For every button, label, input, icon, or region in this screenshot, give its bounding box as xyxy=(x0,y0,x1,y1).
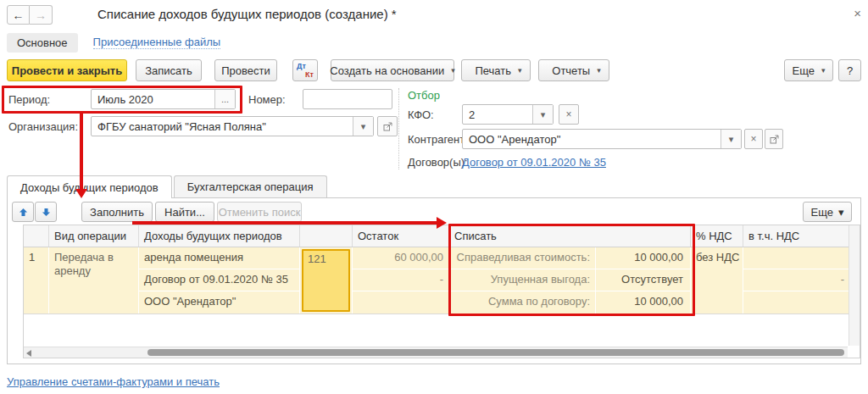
fair-value-cell[interactable]: 10 000,00 xyxy=(596,247,690,269)
table-more-label: Еще xyxy=(811,206,833,219)
save-label: Записать xyxy=(145,64,192,77)
col-balance-header: Остаток xyxy=(353,225,449,247)
row-number-cell[interactable]: 1 xyxy=(24,247,48,269)
number-field[interactable] xyxy=(303,89,392,109)
operation-type-cell[interactable]: Передача в аренду xyxy=(49,247,138,282)
show-postings-button[interactable]: Дт Кт xyxy=(292,59,318,81)
save-button[interactable]: Записать xyxy=(136,59,202,81)
invoices-management-link[interactable]: Управление счетами-фактурами и печать xyxy=(7,375,220,388)
deferred-income-panel: Заполнить Найти... Отменить поиск Еще ▾ … xyxy=(7,197,861,364)
arrow-up-icon xyxy=(19,208,28,217)
chevron-down-icon: ▾ xyxy=(518,66,522,75)
reports-button[interactable]: Отчеты ▾ xyxy=(538,59,609,81)
lost-profit-cell[interactable]: Отсутствует xyxy=(596,269,690,291)
grid-header: Вид операции Доходы будущих периодов Ост… xyxy=(24,225,849,247)
kt-label: Кт xyxy=(305,70,314,79)
nav-main[interactable]: Основное xyxy=(7,33,78,53)
balance-cell[interactable] xyxy=(353,291,448,314)
move-up-button[interactable] xyxy=(12,202,34,222)
open-icon xyxy=(383,122,392,131)
deferred-income-cell[interactable]: аренда помещения xyxy=(139,247,299,269)
kfo-dropdown-button[interactable]: ▾ xyxy=(532,105,553,124)
period-field[interactable]: Июль 2020 ... xyxy=(91,89,236,109)
writeoff-column: Справедливая стоимость: 10 000,00 Упущен… xyxy=(449,247,691,314)
dt-label: Дт xyxy=(297,62,306,70)
counterparty-clear-button[interactable]: × xyxy=(744,129,763,149)
contract-link[interactable]: Договор от 09.01.2020 № 35 xyxy=(462,156,606,169)
chevron-down-icon: ▾ xyxy=(821,66,826,75)
vat-included-cell[interactable]: - xyxy=(743,269,849,291)
command-toolbar: Провести и закрыть Записать Провести Дт … xyxy=(7,59,861,83)
open-icon xyxy=(770,135,779,144)
col-vat-included-header: в т.ч. НДС xyxy=(743,225,849,247)
balance-cell[interactable]: - xyxy=(353,269,448,291)
deferred-counterparty-cell[interactable]: ООО "Арендатор" xyxy=(139,291,299,314)
col-deferred-header: Доходы будущих периодов xyxy=(139,225,300,247)
kfo-field[interactable]: 2 ▾ xyxy=(462,104,554,125)
chevron-down-icon: ▾ xyxy=(451,66,455,75)
table-row: 1 Передача в аренду аренда помещения Дог… xyxy=(24,247,849,314)
print-label: Печать xyxy=(475,64,511,77)
lost-profit-label: Упущенная выгода: xyxy=(449,269,596,291)
tab-deferred-income[interactable]: Доходы будущих периодов xyxy=(7,175,172,198)
form-separator xyxy=(398,88,399,169)
counterparty-field[interactable]: ООО "Арендатор" ▾ xyxy=(462,129,742,149)
post-and-close-label: Провести и закрыть xyxy=(12,64,122,77)
find-button[interactable]: Найти... xyxy=(155,202,214,222)
counterparty-dropdown-button[interactable]: ▾ xyxy=(721,130,741,148)
move-down-button[interactable] xyxy=(35,202,57,222)
horizontal-scrollbar-thumb[interactable] xyxy=(147,349,844,356)
back-arrow-icon: ← xyxy=(13,8,25,22)
back-button[interactable]: ← xyxy=(7,5,30,25)
chevron-down-icon: ▾ xyxy=(729,134,734,145)
print-button[interactable]: Печать ▾ xyxy=(461,59,531,81)
scroll-left-icon[interactable] xyxy=(26,350,31,357)
create-based-on-button[interactable]: Создать на основании ▾ xyxy=(331,59,454,81)
help-button[interactable]: ? xyxy=(838,59,861,81)
number-label: Номер: xyxy=(248,93,286,106)
vat-percent-cell[interactable]: без НДС xyxy=(691,247,743,269)
ellipsis-icon: ... xyxy=(221,94,229,104)
forward-button[interactable]: → xyxy=(30,5,53,25)
kfo-clear-button[interactable]: × xyxy=(559,104,579,125)
organization-label: Организация: xyxy=(8,120,78,133)
counterparty-label: Контрагент: xyxy=(408,133,468,146)
balance-cell[interactable]: 60 000,00 xyxy=(353,247,448,269)
close-button[interactable]: × xyxy=(854,6,861,20)
filter-group-header: Отбор xyxy=(408,89,440,102)
find-label: Найти... xyxy=(164,206,205,219)
dt-kt-icon: Дт Кт xyxy=(293,60,317,80)
chevron-down-icon: ▾ xyxy=(597,66,601,75)
fill-button[interactable]: Заполнить xyxy=(81,202,153,222)
organization-value: ФГБУ санаторий "Ясная Поляна" xyxy=(92,120,353,133)
cancel-search-button[interactable]: Отменить поиск xyxy=(217,202,302,222)
horizontal-scrollbar[interactable] xyxy=(24,347,848,358)
more-label: Еще xyxy=(793,64,815,77)
vat-included-cell[interactable] xyxy=(743,291,849,314)
clear-icon: × xyxy=(565,108,571,120)
period-picker-button[interactable]: ... xyxy=(214,90,235,108)
col-num-header xyxy=(24,225,49,247)
arrow-down-icon xyxy=(42,208,51,217)
detail-tabs: Доходы будущих периодов Бухгалтерская оп… xyxy=(7,175,329,198)
contract-amount-label: Сумма по договору: xyxy=(449,291,596,314)
account-cell-selected[interactable]: 121 xyxy=(302,249,350,312)
organization-field[interactable]: ФГБУ санаторий "Ясная Поляна" ▾ xyxy=(91,116,374,136)
col-account-header xyxy=(300,225,353,247)
organization-dropdown-button[interactable]: ▾ xyxy=(353,117,373,136)
vertical-scrollbar[interactable] xyxy=(849,225,860,346)
contract-amount-cell[interactable]: 10 000,00 xyxy=(596,291,690,314)
counterparty-open-button[interactable] xyxy=(765,129,783,149)
help-label: ? xyxy=(847,64,853,77)
fill-label: Заполнить xyxy=(90,206,144,219)
more-button[interactable]: Еще ▾ xyxy=(784,59,833,81)
table-more-button[interactable]: Еще ▾ xyxy=(803,202,852,222)
fair-value-label: Справедливая стоимость: xyxy=(449,247,596,269)
post-and-close-button[interactable]: Провести и закрыть xyxy=(7,59,127,81)
tab-accounting-operation[interactable]: Бухгалтерская операция xyxy=(174,175,327,197)
vat-included-cell[interactable] xyxy=(743,247,849,269)
post-button[interactable]: Провести xyxy=(214,59,277,81)
organization-open-button[interactable] xyxy=(377,116,398,136)
deferred-contract-cell[interactable]: Договор от 09.01.2020 № 35 xyxy=(139,269,299,291)
nav-attached-files-link[interactable]: Присоединенные файлы xyxy=(93,36,221,49)
